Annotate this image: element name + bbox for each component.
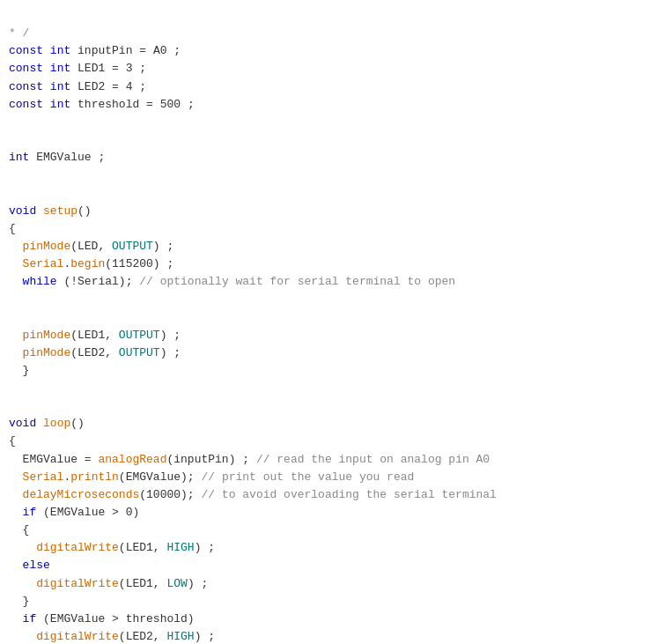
line-15: { (9, 434, 16, 448)
line-7: { (9, 222, 16, 235)
line-12: pinMode(LED2, OUTPUT) ; (9, 346, 181, 359)
line-1: const int inputPin = A0 ; (9, 44, 181, 57)
line-21: digitalWrite(LED1, HIGH) ; (9, 541, 215, 554)
line-14: void loop() (9, 417, 85, 430)
line-18: delayMicroseconds(10000); // to avoid ov… (9, 488, 497, 501)
line-13: } (9, 364, 29, 377)
line-comment-top: * / (9, 26, 29, 40)
line-6: void setup() (9, 204, 92, 218)
line-25: if (EMGValue > threshold) (9, 612, 195, 625)
line-24: } (9, 595, 29, 608)
line-4: const int threshold = 500 ; (9, 98, 195, 111)
line-17: Serial.println(EMGValue); // print out t… (9, 470, 414, 484)
line-19: if (EMGValue > 0) (9, 506, 139, 519)
line-26: digitalWrite(LED2, HIGH) ; (9, 630, 215, 643)
line-22: else (9, 559, 50, 572)
line-11: pinMode(LED1, OUTPUT) ; (9, 329, 181, 342)
line-20: { (9, 523, 29, 537)
line-9: Serial.begin(115200) ; (9, 257, 173, 270)
line-8: pinMode(LED, OUTPUT) ; (9, 240, 173, 253)
line-16: EMGValue = analogRead(inputPin) ; // rea… (9, 453, 490, 466)
line-10: while (!Serial); // optionally wait for … (9, 275, 455, 288)
line-23: digitalWrite(LED1, LOW) ; (9, 577, 208, 590)
line-2: const int LED1 = 3 ; (9, 62, 146, 75)
line-5: int EMGValue ; (9, 151, 105, 164)
code-editor: * / const int inputPin = A0 ; const int … (9, 7, 640, 644)
line-3: const int LED2 = 4 ; (9, 80, 146, 93)
